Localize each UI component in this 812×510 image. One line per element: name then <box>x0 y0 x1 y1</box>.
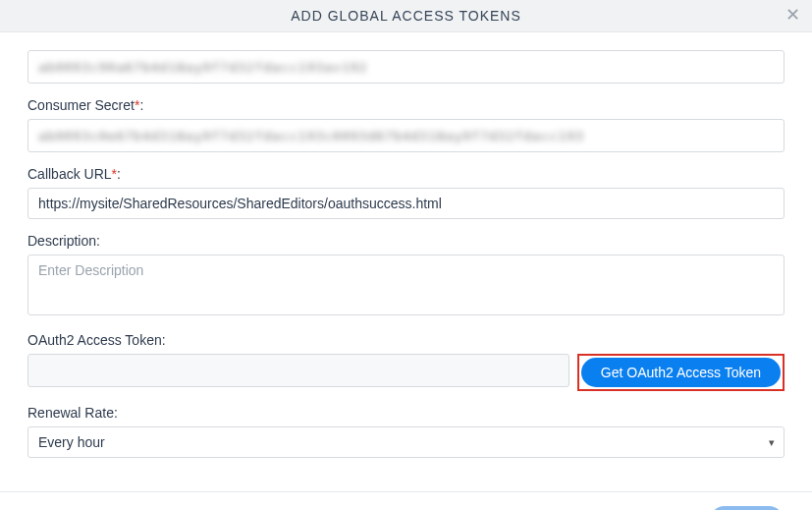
oauth-token-group: OAuth2 Access Token: Get OAuth2 Access T… <box>27 332 785 391</box>
description-input[interactable] <box>27 255 785 315</box>
renewal-rate-select[interactable]: Every hour <box>27 426 785 458</box>
consumer-secret-input[interactable]: ab0093c0e67b4d318ay9f7d32fdacc193c0093d6… <box>27 119 785 152</box>
consumer-secret-group: Consumer Secret*: ab0093c0e67b4d318ay9f7… <box>27 97 785 152</box>
consumer-key-masked: ab0093c90a67b4d18ay9f7d32fdacc193av192 <box>38 60 367 75</box>
get-oauth-token-button[interactable]: Get OAuth2 Access Token <box>581 358 781 387</box>
renewal-rate-select-wrap: Every hour ▾ <box>27 426 785 458</box>
get-token-highlight: Get OAuth2 Access Token <box>577 354 785 391</box>
consumer-secret-masked: ab0093c0e67b4d318ay9f7d32fdacc193c0093d6… <box>38 129 584 143</box>
oauth-token-label: OAuth2 Access Token: <box>27 332 785 348</box>
dialog-title: ADD GLOBAL ACCESS TOKENS <box>291 8 521 24</box>
callback-url-group: Callback URL*: <box>27 166 785 219</box>
callback-url-label: Callback URL*: <box>27 166 785 182</box>
renewal-rate-group: Renewal Rate: Every hour ▾ <box>27 405 785 458</box>
consumer-key-group: ab0093c90a67b4d18ay9f7d32fdacc193av192 <box>27 50 785 84</box>
oauth-token-row: Get OAuth2 Access Token <box>27 354 785 391</box>
oauth-token-input[interactable] <box>27 354 569 387</box>
consumer-key-input[interactable]: ab0093c90a67b4d18ay9f7d32fdacc193av192 <box>27 50 785 84</box>
callback-url-input[interactable] <box>27 188 785 219</box>
dialog-footer: Back Done <box>0 491 812 510</box>
description-group: Description: <box>27 233 785 318</box>
dialog-header: ADD GLOBAL ACCESS TOKENS ✕ <box>0 0 812 32</box>
consumer-secret-label: Consumer Secret*: <box>27 97 785 113</box>
renewal-rate-label: Renewal Rate: <box>27 405 785 421</box>
close-icon[interactable]: ✕ <box>785 6 800 24</box>
form-body: ab0093c90a67b4d18ay9f7d32fdacc193av192 C… <box>0 32 812 482</box>
description-label: Description: <box>27 233 785 249</box>
oauth-token-input-wrap <box>27 354 569 391</box>
done-button[interactable]: Done <box>709 506 785 510</box>
